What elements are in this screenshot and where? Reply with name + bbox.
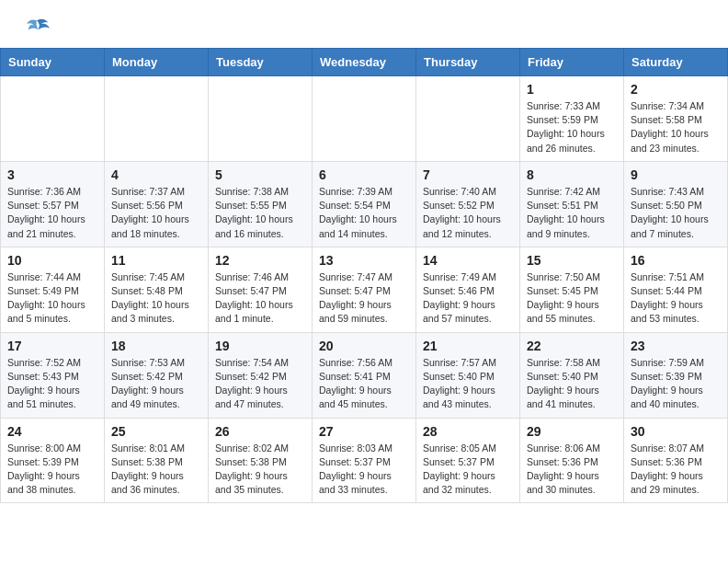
day-number: 21 <box>423 339 513 353</box>
calendar-cell: 28Sunrise: 8:05 AMSunset: 5:37 PMDayligh… <box>416 418 520 503</box>
day-number: 25 <box>111 424 201 439</box>
day-info: Sunrise: 7:44 AMSunset: 5:49 PMDaylight:… <box>7 270 97 327</box>
day-number: 11 <box>111 253 201 268</box>
day-info: Sunrise: 7:42 AMSunset: 5:51 PMDaylight:… <box>527 185 617 241</box>
day-info: Sunrise: 7:53 AMSunset: 5:42 PMDaylight:… <box>111 356 201 412</box>
day-number: 1 <box>527 82 617 97</box>
day-number: 29 <box>527 424 617 439</box>
day-number: 13 <box>319 253 409 268</box>
calendar-table: SundayMondayTuesdayWednesdayThursdayFrid… <box>0 48 728 503</box>
calendar-cell: 20Sunrise: 7:56 AMSunset: 5:41 PMDayligh… <box>313 332 416 418</box>
day-number: 26 <box>215 424 305 439</box>
calendar-cell: 23Sunrise: 7:59 AMSunset: 5:39 PMDayligh… <box>624 332 728 418</box>
day-number: 7 <box>423 167 513 182</box>
day-info: Sunrise: 8:01 AMSunset: 5:38 PMDaylight:… <box>111 442 201 498</box>
day-number: 6 <box>319 167 409 182</box>
day-number: 24 <box>7 424 97 439</box>
calendar-week-row: 1Sunrise: 7:33 AMSunset: 5:59 PMDaylight… <box>1 76 728 162</box>
day-info: Sunrise: 8:00 AMSunset: 5:39 PMDaylight:… <box>7 442 97 498</box>
logo-bird-icon <box>24 17 50 39</box>
day-info: Sunrise: 7:58 AMSunset: 5:40 PMDaylight:… <box>527 356 617 412</box>
day-number: 19 <box>215 339 305 353</box>
page-header <box>0 0 728 48</box>
calendar-cell <box>105 76 209 162</box>
calendar-cell: 1Sunrise: 7:33 AMSunset: 5:59 PMDaylight… <box>520 76 624 162</box>
day-number: 12 <box>215 253 305 268</box>
day-number: 8 <box>527 167 617 182</box>
calendar-cell: 16Sunrise: 7:51 AMSunset: 5:44 PMDayligh… <box>624 247 728 332</box>
calendar-cell: 12Sunrise: 7:46 AMSunset: 5:47 PMDayligh… <box>209 247 313 332</box>
day-number: 2 <box>631 82 721 97</box>
calendar-cell <box>209 76 313 162</box>
day-info: Sunrise: 7:57 AMSunset: 5:40 PMDaylight:… <box>423 356 513 412</box>
day-info: Sunrise: 7:33 AMSunset: 5:59 PMDaylight:… <box>527 99 617 155</box>
day-number: 3 <box>7 167 97 182</box>
day-number: 22 <box>527 339 617 353</box>
day-number: 23 <box>631 339 721 353</box>
day-info: Sunrise: 7:52 AMSunset: 5:43 PMDaylight:… <box>7 356 97 412</box>
calendar-cell: 10Sunrise: 7:44 AMSunset: 5:49 PMDayligh… <box>1 247 105 332</box>
day-info: Sunrise: 7:39 AMSunset: 5:54 PMDaylight:… <box>319 185 409 241</box>
calendar-header-wednesday: Wednesday <box>313 49 416 76</box>
calendar-cell <box>416 76 520 162</box>
calendar-week-row: 17Sunrise: 7:52 AMSunset: 5:43 PMDayligh… <box>1 332 728 418</box>
day-info: Sunrise: 7:59 AMSunset: 5:39 PMDaylight:… <box>631 356 721 412</box>
day-info: Sunrise: 7:38 AMSunset: 5:55 PMDaylight:… <box>215 185 305 241</box>
calendar-cell: 19Sunrise: 7:54 AMSunset: 5:42 PMDayligh… <box>209 332 313 418</box>
day-info: Sunrise: 8:06 AMSunset: 5:36 PMDaylight:… <box>527 442 617 498</box>
day-number: 16 <box>631 253 721 268</box>
day-number: 20 <box>319 339 409 353</box>
day-info: Sunrise: 7:43 AMSunset: 5:50 PMDaylight:… <box>631 185 721 241</box>
day-info: Sunrise: 7:56 AMSunset: 5:41 PMDaylight:… <box>319 356 409 412</box>
calendar-cell: 4Sunrise: 7:37 AMSunset: 5:56 PMDaylight… <box>105 161 209 247</box>
calendar-cell: 27Sunrise: 8:03 AMSunset: 5:37 PMDayligh… <box>313 418 416 503</box>
calendar-cell <box>313 76 416 162</box>
calendar-cell <box>1 76 105 162</box>
calendar-cell: 22Sunrise: 7:58 AMSunset: 5:40 PMDayligh… <box>520 332 624 418</box>
calendar-week-row: 10Sunrise: 7:44 AMSunset: 5:49 PMDayligh… <box>1 247 728 332</box>
calendar-cell: 17Sunrise: 7:52 AMSunset: 5:43 PMDayligh… <box>1 332 105 418</box>
day-info: Sunrise: 7:34 AMSunset: 5:58 PMDaylight:… <box>631 99 721 155</box>
calendar-cell: 18Sunrise: 7:53 AMSunset: 5:42 PMDayligh… <box>105 332 209 418</box>
day-number: 14 <box>423 253 513 268</box>
calendar-cell: 30Sunrise: 8:07 AMSunset: 5:36 PMDayligh… <box>624 418 728 503</box>
calendar-header-row: SundayMondayTuesdayWednesdayThursdayFrid… <box>1 49 728 76</box>
calendar-cell: 6Sunrise: 7:39 AMSunset: 5:54 PMDaylight… <box>313 161 416 247</box>
calendar-cell: 9Sunrise: 7:43 AMSunset: 5:50 PMDaylight… <box>624 161 728 247</box>
calendar-week-row: 24Sunrise: 8:00 AMSunset: 5:39 PMDayligh… <box>1 418 728 503</box>
calendar-week-row: 3Sunrise: 7:36 AMSunset: 5:57 PMDaylight… <box>1 161 728 247</box>
calendar-header-sunday: Sunday <box>1 49 105 76</box>
day-info: Sunrise: 7:37 AMSunset: 5:56 PMDaylight:… <box>111 185 201 241</box>
day-info: Sunrise: 8:05 AMSunset: 5:37 PMDaylight:… <box>423 442 513 498</box>
day-info: Sunrise: 7:49 AMSunset: 5:46 PMDaylight:… <box>423 270 513 327</box>
day-info: Sunrise: 7:50 AMSunset: 5:45 PMDaylight:… <box>527 270 617 327</box>
day-info: Sunrise: 7:51 AMSunset: 5:44 PMDaylight:… <box>631 270 721 327</box>
day-info: Sunrise: 7:47 AMSunset: 5:47 PMDaylight:… <box>319 270 409 327</box>
calendar-cell: 3Sunrise: 7:36 AMSunset: 5:57 PMDaylight… <box>1 161 105 247</box>
day-number: 27 <box>319 424 409 439</box>
calendar-cell: 13Sunrise: 7:47 AMSunset: 5:47 PMDayligh… <box>313 247 416 332</box>
calendar-cell: 5Sunrise: 7:38 AMSunset: 5:55 PMDaylight… <box>209 161 313 247</box>
calendar-header-tuesday: Tuesday <box>209 49 313 76</box>
day-number: 15 <box>527 253 617 268</box>
calendar-cell: 21Sunrise: 7:57 AMSunset: 5:40 PMDayligh… <box>416 332 520 418</box>
calendar-cell: 26Sunrise: 8:02 AMSunset: 5:38 PMDayligh… <box>209 418 313 503</box>
day-info: Sunrise: 8:02 AMSunset: 5:38 PMDaylight:… <box>215 442 305 498</box>
day-info: Sunrise: 7:45 AMSunset: 5:48 PMDaylight:… <box>111 270 201 327</box>
day-number: 17 <box>7 339 97 353</box>
calendar-cell: 25Sunrise: 8:01 AMSunset: 5:38 PMDayligh… <box>105 418 209 503</box>
calendar-cell: 8Sunrise: 7:42 AMSunset: 5:51 PMDaylight… <box>520 161 624 247</box>
logo <box>22 17 50 39</box>
day-number: 10 <box>7 253 97 268</box>
calendar-cell: 2Sunrise: 7:34 AMSunset: 5:58 PMDaylight… <box>624 76 728 162</box>
calendar-cell: 7Sunrise: 7:40 AMSunset: 5:52 PMDaylight… <box>416 161 520 247</box>
calendar-header-thursday: Thursday <box>416 49 520 76</box>
calendar-header-monday: Monday <box>105 49 209 76</box>
day-info: Sunrise: 7:54 AMSunset: 5:42 PMDaylight:… <box>215 356 305 412</box>
day-number: 30 <box>631 424 721 439</box>
day-info: Sunrise: 8:07 AMSunset: 5:36 PMDaylight:… <box>631 442 721 498</box>
calendar-cell: 14Sunrise: 7:49 AMSunset: 5:46 PMDayligh… <box>416 247 520 332</box>
calendar-cell: 24Sunrise: 8:00 AMSunset: 5:39 PMDayligh… <box>1 418 105 503</box>
calendar-header-friday: Friday <box>520 49 624 76</box>
day-number: 4 <box>111 167 201 182</box>
